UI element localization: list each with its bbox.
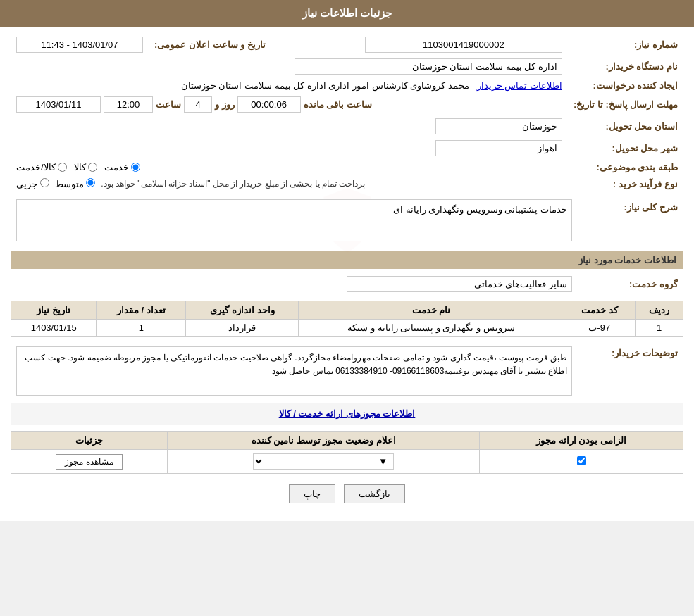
announce-date-label: تاریخ و ساعت اعلان عمومی: [149,34,271,56]
list-item: ▼ -- مشاهده مجوز [11,450,683,474]
creator-label: ایجاد کننده درخواست: [568,77,683,94]
remain-label: ساعت باقی مانده [304,99,372,110]
announce-date-value: 1403/01/07 - 11:43 [11,34,149,56]
cell-row: 1 [635,320,683,337]
buyer-org-label: نام دستگاه خریدار: [568,56,683,77]
print-button[interactable]: چاپ [289,484,335,503]
category-option-service[interactable]: خدمت [104,162,140,172]
category-radio-both[interactable] [58,163,67,172]
cell-code: 97-ب [564,320,635,337]
license-col-status: اعلام وضعیت مجوز توسط نامین کننده [168,432,480,450]
creator-value: اطلاعات تماس خریدار محمد کروشاوی کارشناس… [11,77,568,94]
col-qty: تعداد / مقدار [97,301,186,320]
page-header: جزئیات اطلاعات نیاز [0,0,694,27]
need-number-label: شماره نیاز: [568,34,683,56]
service-group-input: سایر فعالیت‌های خدماتی [347,276,572,292]
col-date: تاریخ نیاز [11,301,97,320]
info-table: شماره نیاز: 1103001419000002 تاریخ و ساع… [11,34,683,192]
buyer-desc-label: توضیحات خریدار: [578,344,683,398]
cell-unit: قرارداد [186,320,299,337]
col-row: ردیف [635,301,683,320]
buyer-desc-table: توضیحات خریدار: طبق فرمت پیوست ،قیمت گذا… [11,344,683,398]
cell-qty: 1 [97,320,186,337]
services-table: ردیف کد خدمت نام خدمت واحد اندازه گیری ت… [11,301,683,337]
category-label: طبقه بندی موضوعی: [568,159,683,175]
date-input: 1403/01/11 [16,96,101,113]
view-license-button[interactable]: مشاهده مجوز [56,454,122,470]
buyer-org-input: اداره کل بیمه سلامت استان خوزستان [295,58,562,75]
license-section-title[interactable]: اطلاعات مجوزهای ارائه خدمت / کالا [11,403,683,425]
license-status-select[interactable]: ▼ -- [253,453,394,470]
page-title: جزئیات اطلاعات نیاز [302,7,392,19]
main-content: شماره نیاز: 1103001419000002 تاریخ و ساع… [0,27,694,521]
purchase-radio-small[interactable] [40,178,49,187]
category-option-goods[interactable]: کالا [74,162,97,172]
need-description-box: خدمات پشتیبانی وسرویس ونگهداری رایانه ای [16,199,572,241]
time-input: 12:00 [104,96,153,113]
need-number-value: 1103001419000002 [359,34,568,56]
deadline-row: ساعت باقی مانده 00:00:06 روز و 4 ساعت 12… [16,96,562,113]
back-button[interactable]: بازگشت [344,484,405,503]
license-details-cell: مشاهده مجوز [11,450,168,474]
license-required-cell [480,450,683,474]
service-group-label: گروه خدمت: [578,273,683,295]
description-area: ATA TENDER شرح کلی نیاز: خدمات پشتیبانی … [11,196,683,244]
license-required-checkbox[interactable] [577,456,586,465]
need-desc-label: شرح کلی نیاز: [578,196,683,244]
license-col-required: الزامی بودن ارائه مجوز [480,432,683,450]
need-number-input: 1103001419000002 [365,37,562,53]
purchase-radio-medium[interactable] [86,178,95,187]
time-label: ساعت [156,99,181,110]
days-label: روز و [215,99,235,110]
purchase-type-row: پرداخت تمام یا بخشی از مبلغ خریدار از مح… [16,178,562,189]
city-input: اهواز [435,140,562,156]
license-status-cell: ▼ -- [168,450,480,474]
deadline-label: مهلت ارسال پاسخ: تا تاریخ: [568,94,683,115]
cell-date: 1403/01/15 [11,320,97,337]
license-table: الزامی بودن ارائه مجوز اعلام وضعیت مجوز … [11,431,683,474]
description-table: شرح کلی نیاز: خدمات پشتیبانی وسرویس ونگه… [11,196,683,244]
col-code: کد خدمت [564,301,635,320]
service-group-table: گروه خدمت: سایر فعالیت‌های خدماتی [11,273,683,295]
category-radio-service[interactable] [131,163,140,172]
province-input: خوزستان [435,118,562,134]
remain-input: 00:00:06 [237,96,301,113]
col-name: نام خدمت [299,301,564,320]
buyer-description-box: طبق فرمت پیوست ،قیمت گذاری شود و تمامی ص… [16,346,572,396]
category-option-both[interactable]: کالا/خدمت [16,162,67,172]
city-label: شهر محل تحویل: [568,137,683,159]
announce-date-input: 1403/01/07 - 11:43 [16,37,143,53]
buyer-org-value: اداره کل بیمه سلامت استان خوزستان [11,56,568,77]
days-input: 4 [184,96,212,113]
creator-contact-link[interactable]: اطلاعات تماس خریدار [477,80,562,91]
category-radio-group: خدمت کالا کالا/خدمت [16,162,562,172]
creator-name: محمد کروشاوی کارشناس امور اداری اداره کل… [181,80,469,91]
page-wrapper: جزئیات اطلاعات نیاز شماره نیاز: 11030014… [0,0,694,521]
purchase-type-option-small[interactable]: جزیی [16,178,49,189]
table-row: 1 97-ب سرویس و نگهداری و پشتیبانی رایانه… [11,320,683,337]
action-buttons: بازگشت چاپ [11,474,683,514]
purchase-type-option-medium[interactable]: متوسط [55,178,96,189]
purchase-type-label: نوع فرآیند خرید : [568,175,683,192]
col-unit: واحد اندازه گیری [186,301,299,320]
license-col-details: جزئیات [11,432,168,450]
category-radio-goods[interactable] [88,163,97,172]
cell-name: سرویس و نگهداری و پشتیبانی رایانه و شبکه [299,320,564,337]
province-label: استان محل تحویل: [568,115,683,137]
